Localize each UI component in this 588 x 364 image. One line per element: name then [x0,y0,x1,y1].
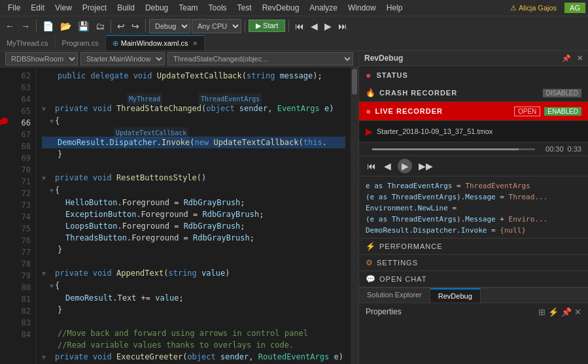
live-enabled-badge: ENABLED [544,107,581,116]
toolbar-back-btn[interactable]: ← [3,20,17,33]
settings-section[interactable]: ⚙ SETTINGS [359,255,588,271]
toolbar-new-btn[interactable]: 📄 [40,20,56,33]
player-play-btn[interactable]: ▶ [398,159,412,173]
props-icon[interactable]: ⚡ [548,307,559,317]
ln-83: 83 [10,317,31,329]
close-icon[interactable]: ✕ [577,54,583,62]
fold-77[interactable]: ▼ [42,268,46,280]
player-prev-btn[interactable]: ◀ [383,159,392,173]
pin-icon-props[interactable]: 📌 [561,307,572,317]
class-dropdown[interactable]: Starter.MainWindow [80,52,165,65]
time-current: 00:30 [545,145,564,153]
menu-team[interactable]: Team [173,2,203,14]
toolbar-forward-btn[interactable]: → [18,20,33,33]
editor-scrollbar[interactable] [351,67,358,364]
openchat-section[interactable]: 💬 OPEN CHAT [359,271,588,288]
properties-header: Properties ⊞ ⚡ 📌 ✕ [366,307,581,317]
toolbar-save-btn[interactable]: 💾 [75,20,92,33]
tab-close-icon[interactable]: ✕ [192,40,198,47]
user-avatar[interactable]: AG [564,3,585,13]
code-line-69: ▼ private void ResetButtonsStyle() [42,172,345,184]
fold-70[interactable]: ▼ [42,185,54,197]
btab-solution-explorer[interactable]: Solution Explorer [359,288,430,303]
crash-icon: 🔥 [366,88,375,97]
tab-program[interactable]: Program.cs [56,35,106,50]
code-line-82: //Move back and forward using arrows in … [42,327,345,339]
ln-81: 81 [10,293,31,305]
annotation-updatetextcallback: UpdateTextCallback [114,127,188,139]
code-line-77: ▼ private void AppendText(string value) [42,267,345,280]
tab-mythread[interactable]: MyThread.cs [0,35,56,50]
menu-view[interactable]: View [50,2,77,14]
progress-row: 00:30 0:33 [359,142,588,156]
pin-icon[interactable]: 📌 [562,54,571,62]
sort-icon[interactable]: ⊞ [538,307,545,317]
ln-69: 69 [10,152,31,164]
tab-mainwindow-label: MainWindow.xaml.cs [121,39,188,47]
fold-69[interactable]: ▼ [42,173,46,184]
start-button[interactable]: ▶ Start [249,20,285,32]
debug-variables: e as ThreadEventArgs = ThreadEventArgs (… [359,176,588,239]
toolbar-redo-btn[interactable]: ↪ [129,20,142,33]
menu-bar: File Edit View Project Build Debug Team … [0,0,588,16]
debug-config-select[interactable]: Debug [149,19,190,33]
menu-revdebug[interactable]: RevDebug [257,2,305,14]
ln-73: 73 [10,199,31,211]
toolbar-open-btn[interactable]: 📂 [58,20,74,33]
menu-debug[interactable]: Debug [140,2,173,14]
toolbar-saveall-btn[interactable]: 🗂 [93,20,107,33]
player-start-btn[interactable]: ⏮ [366,159,377,173]
ln-77: 77 [10,246,31,258]
code-annotation-row-66: UpdateTextCallback [42,127,345,137]
ln-62: 62 [10,70,31,82]
annotation-mythread: MyThread [127,93,162,105]
menu-test[interactable]: Test [232,2,257,14]
live-recorder-label: LIVE RECORDER [375,107,514,115]
method-dropdown[interactable]: ThreadStateChanged(objec... [167,52,353,65]
menu-window[interactable]: Window [343,2,381,14]
fold-84[interactable]: ▼ [42,352,46,363]
cpu-config-select[interactable]: Any CPU [192,19,241,33]
menu-tools[interactable]: Tools [203,2,232,14]
code-line-64: ▼ private void ThreadStateChanged(object… [42,103,345,115]
code-line-72: ExceptionButton.Foreground = RdbGrayBrus… [42,208,345,220]
menu-file[interactable]: File [3,2,26,14]
live-open-badge[interactable]: OPEN [514,107,540,116]
user-name: Alicja Gajos [519,4,557,12]
code-line-65: ▼ { [42,115,345,127]
toolbar-revdebug-end-btn[interactable]: ⏭ [336,20,350,33]
tab-bar: MyThread.cs Program.cs ⊕ MainWindow.xaml… [0,35,588,51]
recording-icon: ▶ [366,126,373,137]
chat-icon: 💬 [366,274,375,284]
code-annotation-row: MyThread ThreadEventArgs [42,93,345,103]
fold-65[interactable]: ▼ [42,116,54,127]
ln-72: 72 [10,188,31,199]
code-area: ▶ 62 63 64 65 66 67 68 69 70 71 72 73 74… [0,67,358,364]
menu-project[interactable]: Project [77,2,112,14]
close-icon-props[interactable]: ✕ [574,307,581,317]
scroll-thumb[interactable] [352,69,357,95]
properties-panel: Properties ⊞ ⚡ 📌 ✕ [359,303,588,365]
live-icon: ● [366,106,371,116]
code-text[interactable]: public delegate void UpdateTextCallback(… [37,67,351,364]
toolbar-revdebug-btn[interactable]: ⏮ [292,20,307,33]
tab-mainwindow[interactable]: ⊕ MainWindow.xaml.cs ✕ [106,35,205,50]
toolbar-undo-btn[interactable]: ↩ [114,20,128,33]
ln-84: 84 [10,329,31,340]
menu-build[interactable]: Build [112,2,140,14]
btab-revdebug[interactable]: RevDebug [430,288,481,303]
settings-label: SETTINGS [377,259,418,267]
menu-warning: ⚠ Alicja Gajos [505,4,562,12]
toolbar-step-fwd-btn[interactable]: ▶ [322,20,334,33]
annotation-threadeventargs: ThreadEventArgs [199,93,262,105]
toolbar-step-back-btn[interactable]: ◀ [308,20,320,33]
menu-edit[interactable]: Edit [26,2,50,14]
fold-78[interactable]: ▼ [42,280,54,292]
performance-section[interactable]: ⚡ PERFORMANCE [359,239,588,255]
player-next-btn[interactable]: ▶▶ [417,159,434,173]
toolbar-sep5 [288,20,289,33]
namespace-dropdown[interactable]: RDBShowRoom [5,52,78,65]
fold-64[interactable]: ▼ [42,103,46,115]
menu-help[interactable]: Help [381,2,408,14]
menu-analyze[interactable]: Analyze [304,2,343,14]
